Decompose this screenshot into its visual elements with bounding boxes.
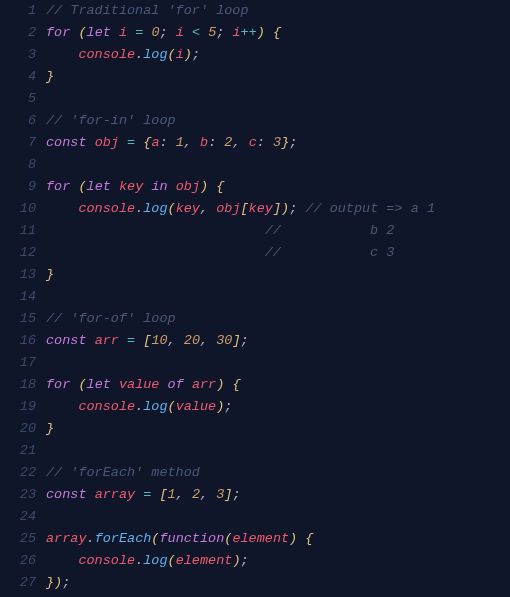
token-comment: // b 2 [265,223,395,238]
token-func: log [143,201,167,216]
token-punct [168,135,176,150]
token-yellow: ( [168,47,176,62]
token-punct: , [200,201,208,216]
token-keyword: in [151,179,167,194]
token-prop: c [249,135,257,150]
token-ident: obj [176,179,200,194]
token-comment: // 'for-in' loop [46,113,176,128]
token-comment: // 'forEach' method [46,465,200,480]
line-number: 7 [0,132,36,154]
token-keyword: for [46,25,70,40]
token-yellow: } [46,575,54,590]
code-line [46,154,510,176]
token-punct: . [87,531,95,546]
token-ident: i [176,47,184,62]
token-yellow: ) [54,575,62,590]
token-punct: ; [289,135,297,150]
token-punct [241,135,249,150]
token-punct: ; [232,487,240,502]
code-line: for (let value of arr) { [46,374,510,396]
code-line: // Traditional 'for' loop [46,0,510,22]
line-number: 12 [0,242,36,264]
token-punct: : [159,135,167,150]
token-punct: , [168,333,176,348]
token-keyword: const [46,135,87,150]
token-yellow: ( [168,201,176,216]
token-punct: , [176,487,184,502]
line-number: 19 [0,396,36,418]
token-punct [46,201,78,216]
line-number: 4 [0,66,36,88]
code-line: console.log(key, obj[key]); // output =>… [46,198,510,220]
line-number: 6 [0,110,36,132]
token-func: log [143,553,167,568]
code-line [46,352,510,374]
code-line: for (let i = 0; i < 5; i++) { [46,22,510,44]
token-ident: key [176,201,200,216]
token-ident: i [119,25,127,40]
line-number: 8 [0,154,36,176]
code-line: }); [46,572,510,594]
token-punct: ; [241,333,249,348]
token-num: 1 [168,487,176,502]
code-line [46,286,510,308]
code-line [46,506,510,528]
token-punct: , [200,487,208,502]
token-ident: key [249,201,273,216]
token-yellow: } [46,267,54,282]
token-op: < [192,25,200,40]
token-yellow: { [232,377,240,392]
token-ident: arr [95,333,119,348]
token-punct [127,25,135,40]
line-number: 13 [0,264,36,286]
token-ident: value [119,377,160,392]
token-punct [111,179,119,194]
token-punct [208,201,216,216]
token-ident: array [46,531,87,546]
token-punct [184,377,192,392]
line-number: 1 [0,0,36,22]
line-number: 15 [0,308,36,330]
line-number: 16 [0,330,36,352]
token-func: log [143,47,167,62]
token-punct [208,179,216,194]
token-ident: console [78,47,135,62]
token-punct [46,223,265,238]
token-punct [168,179,176,194]
code-editor: 1234567891011121314151617181920212223242… [0,0,510,597]
line-number: 11 [0,220,36,242]
token-yellow: } [46,69,54,84]
code-line: const array = [1, 2, 3]; [46,484,510,506]
token-keyword: for [46,179,70,194]
token-punct [184,25,192,40]
token-ident: console [78,553,135,568]
code-line: // 'for-of' loop [46,308,510,330]
token-keyword: let [87,377,111,392]
token-punct: , [200,333,208,348]
token-yellow: ( [78,25,86,40]
token-op: = [127,333,135,348]
code-line: array.forEach(function(element) { [46,528,510,550]
token-punct: , [232,135,240,150]
line-number-gutter: 1234567891011121314151617181920212223242… [0,0,46,597]
code-line: } [46,264,510,286]
line-number: 3 [0,44,36,66]
token-yellow: ] [273,201,281,216]
token-punct: ; [192,47,200,62]
token-ident: i [232,25,240,40]
token-yellow: [ [159,487,167,502]
token-punct [46,553,78,568]
token-keyword: const [46,333,87,348]
code-area: // Traditional 'for' loopfor (let i = 0;… [46,0,510,597]
token-yellow: ) [281,201,289,216]
token-func: log [143,399,167,414]
token-ident: console [78,399,135,414]
token-yellow: ( [78,377,86,392]
token-yellow: ) [200,179,208,194]
code-line: // 'for-in' loop [46,110,510,132]
token-punct: ; [240,553,248,568]
token-punct [159,377,167,392]
token-punct [87,135,95,150]
token-yellow: { [273,25,281,40]
line-number: 25 [0,528,36,550]
